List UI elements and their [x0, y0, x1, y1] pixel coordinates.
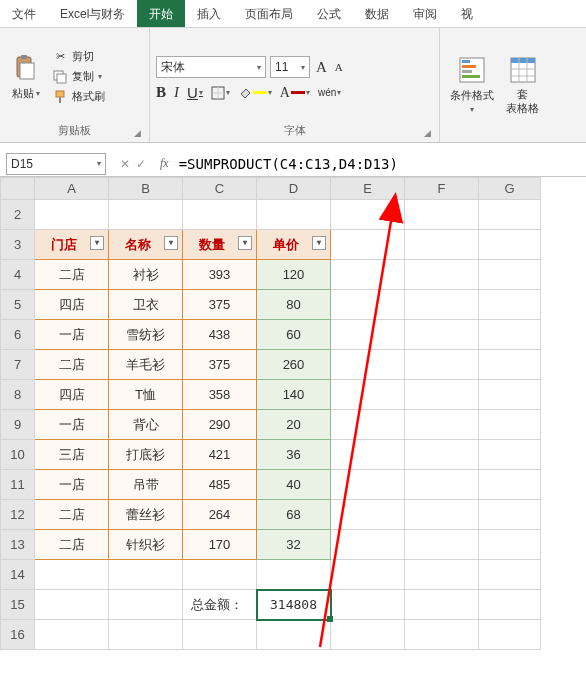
cell[interactable]: 一店 — [35, 320, 109, 350]
cell[interactable]: 卫衣 — [109, 290, 183, 320]
row-header[interactable]: 7 — [1, 350, 35, 380]
cell[interactable] — [405, 560, 479, 590]
cell[interactable]: 68 — [257, 500, 331, 530]
total-label-cell[interactable]: 总金额： — [183, 590, 257, 620]
cell[interactable] — [257, 620, 331, 650]
cell[interactable] — [405, 230, 479, 260]
increase-font-button[interactable]: A — [314, 59, 329, 76]
cell[interactable] — [331, 200, 405, 230]
cell[interactable] — [331, 470, 405, 500]
cell[interactable] — [331, 560, 405, 590]
row-header[interactable]: 12 — [1, 500, 35, 530]
cell[interactable]: 背心 — [109, 410, 183, 440]
table-header[interactable]: 数量▾ — [183, 230, 257, 260]
col-header-E[interactable]: E — [331, 178, 405, 200]
cut-button[interactable]: ✂ 剪切 — [50, 48, 107, 66]
cell[interactable] — [257, 560, 331, 590]
tab-home[interactable]: 开始 — [137, 0, 185, 27]
border-button[interactable]: ▾ — [211, 86, 230, 100]
cell[interactable]: 80 — [257, 290, 331, 320]
cell[interactable] — [331, 500, 405, 530]
cell[interactable]: 40 — [257, 470, 331, 500]
cell[interactable] — [405, 200, 479, 230]
tab-review[interactable]: 审阅 — [401, 0, 449, 27]
cell[interactable] — [331, 590, 405, 620]
row-header[interactable]: 14 — [1, 560, 35, 590]
cell[interactable] — [109, 200, 183, 230]
cell[interactable]: 36 — [257, 440, 331, 470]
cell[interactable] — [405, 290, 479, 320]
cell[interactable]: 衬衫 — [109, 260, 183, 290]
table-header[interactable]: 单价▾ — [257, 230, 331, 260]
conditional-format-button[interactable]: 条件格式 ▾ — [446, 52, 498, 116]
font-name-select[interactable]: 宋体 ▾ — [156, 56, 266, 78]
cell[interactable] — [479, 530, 541, 560]
cell[interactable] — [479, 380, 541, 410]
cell[interactable] — [405, 410, 479, 440]
cell[interactable]: 二店 — [35, 350, 109, 380]
cell[interactable] — [479, 230, 541, 260]
cell[interactable] — [479, 290, 541, 320]
table-header[interactable]: 门店▾ — [35, 230, 109, 260]
decrease-font-button[interactable]: A — [333, 61, 345, 73]
row-header[interactable]: 2 — [1, 200, 35, 230]
cell[interactable]: 一店 — [35, 410, 109, 440]
cell[interactable]: 358 — [183, 380, 257, 410]
cell[interactable]: 20 — [257, 410, 331, 440]
cell[interactable] — [331, 440, 405, 470]
cell[interactable]: 421 — [183, 440, 257, 470]
cell[interactable] — [183, 560, 257, 590]
cell[interactable] — [479, 590, 541, 620]
cell[interactable]: 438 — [183, 320, 257, 350]
cell[interactable] — [331, 290, 405, 320]
filter-icon[interactable]: ▾ — [164, 236, 178, 250]
cell[interactable] — [109, 590, 183, 620]
cell[interactable]: 一店 — [35, 470, 109, 500]
row-header[interactable]: 11 — [1, 470, 35, 500]
cell[interactable]: 393 — [183, 260, 257, 290]
cell[interactable] — [331, 410, 405, 440]
col-header-B[interactable]: B — [109, 178, 183, 200]
cell[interactable] — [331, 350, 405, 380]
col-header-C[interactable]: C — [183, 178, 257, 200]
tab-view[interactable]: 视 — [449, 0, 485, 27]
fx-icon[interactable]: fx — [154, 156, 175, 171]
row-header[interactable]: 15 — [1, 590, 35, 620]
underline-button[interactable]: U▾ — [187, 84, 203, 101]
row-header[interactable]: 9 — [1, 410, 35, 440]
row-header[interactable]: 6 — [1, 320, 35, 350]
tab-file[interactable]: 文件 — [0, 0, 48, 27]
row-header[interactable]: 13 — [1, 530, 35, 560]
cell[interactable] — [331, 230, 405, 260]
cell[interactable] — [479, 560, 541, 590]
copy-button[interactable]: 复制▾ — [50, 68, 107, 86]
cell[interactable]: 二店 — [35, 260, 109, 290]
col-header-G[interactable]: G — [479, 178, 541, 200]
cell[interactable] — [479, 470, 541, 500]
cell[interactable]: 吊带 — [109, 470, 183, 500]
italic-button[interactable]: I — [174, 84, 179, 101]
cell[interactable] — [331, 620, 405, 650]
cell[interactable]: 260 — [257, 350, 331, 380]
cell[interactable] — [257, 200, 331, 230]
row-header[interactable]: 4 — [1, 260, 35, 290]
cell[interactable] — [405, 500, 479, 530]
col-header-A[interactable]: A — [35, 178, 109, 200]
cell[interactable] — [405, 470, 479, 500]
cell[interactable]: 打底衫 — [109, 440, 183, 470]
cell[interactable]: 蕾丝衫 — [109, 500, 183, 530]
tab-data[interactable]: 数据 — [353, 0, 401, 27]
cell[interactable] — [479, 500, 541, 530]
cell[interactable] — [479, 320, 541, 350]
table-format-button[interactable]: 套表格格 — [502, 52, 543, 116]
table-header[interactable]: 名称▾ — [109, 230, 183, 260]
cell[interactable]: 140 — [257, 380, 331, 410]
cell[interactable] — [479, 350, 541, 380]
cell[interactable]: 485 — [183, 470, 257, 500]
cell[interactable]: 针织衫 — [109, 530, 183, 560]
cell[interactable]: 60 — [257, 320, 331, 350]
fill-color-button[interactable]: ▾ — [238, 86, 272, 100]
cell[interactable] — [331, 380, 405, 410]
format-painter-button[interactable]: 格式刷 — [50, 88, 107, 106]
cell[interactable] — [479, 200, 541, 230]
